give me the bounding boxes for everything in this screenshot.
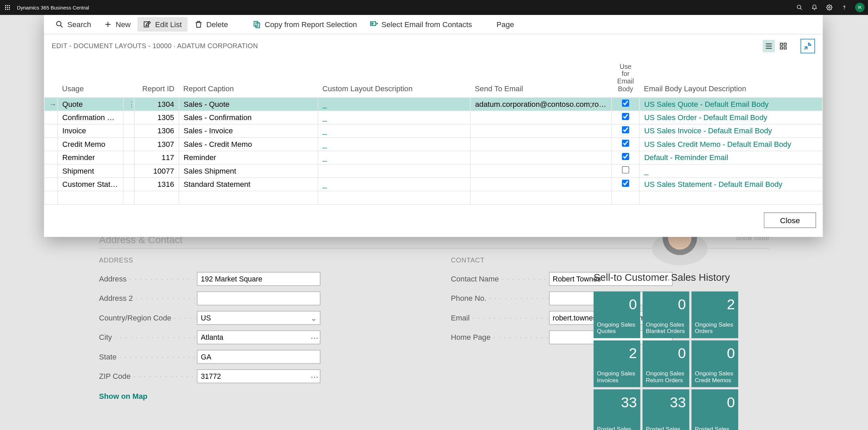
cell-use-body[interactable] xyxy=(612,177,639,191)
cell-usage[interactable]: Reminder xyxy=(58,151,123,164)
cell-report-id[interactable]: 117 xyxy=(134,151,179,164)
copy-report-button[interactable]: Copy from Report Selection xyxy=(247,17,362,32)
history-tile[interactable]: 0Posted Sales xyxy=(691,389,738,430)
select-email-button[interactable]: Select Email from Contacts xyxy=(364,17,478,32)
app-launcher-icon[interactable] xyxy=(0,0,15,15)
cell-caption[interactable]: Standard Statement xyxy=(179,177,318,191)
country-field[interactable] xyxy=(197,311,320,325)
table-row[interactable]: Invoice1306Sales - Invoice_US Sales Invo… xyxy=(44,124,822,137)
search-button[interactable]: Search xyxy=(50,17,97,32)
table-row[interactable]: Credit Memo1307Sales - Credit Memo_US Sa… xyxy=(44,137,822,151)
history-tile[interactable]: 0Ongoing Sales Blanket Orders xyxy=(643,291,689,338)
cell-body-layout[interactable]: US Sales Statement - Default Email Body xyxy=(639,177,823,191)
col-report-id[interactable]: Report ID xyxy=(134,61,179,97)
table-row[interactable]: →Quote⋮1304Sales - Quote_adatum.corporat… xyxy=(44,97,822,111)
cell-send-to[interactable] xyxy=(470,177,612,191)
tile-view-icon[interactable] xyxy=(777,40,789,52)
use-body-checkbox[interactable] xyxy=(622,126,629,134)
cell-report-id[interactable]: 1306 xyxy=(134,124,179,137)
use-body-checkbox[interactable] xyxy=(622,167,629,174)
cell-use-body[interactable] xyxy=(612,164,639,177)
col-caption[interactable]: Report Caption xyxy=(179,61,318,97)
history-tile[interactable]: 2Ongoing Sales Orders xyxy=(691,291,738,338)
zip-field[interactable] xyxy=(197,369,320,383)
cell-usage[interactable]: Customer State... xyxy=(58,177,123,191)
use-body-checkbox[interactable] xyxy=(622,100,629,107)
table-row[interactable]: Customer State...1316Standard Statement_… xyxy=(44,177,822,191)
collapse-icon[interactable] xyxy=(801,39,815,54)
ellipsis-icon[interactable]: ⋯ xyxy=(311,333,318,342)
history-tile[interactable]: 33Posted Sales xyxy=(594,389,640,430)
use-body-checkbox[interactable] xyxy=(622,140,629,147)
row-menu-icon[interactable]: ⋮ xyxy=(123,97,134,111)
col-send-to[interactable]: Send To Email xyxy=(470,61,612,97)
cell-body-layout[interactable]: US Sales Order - Default Email Body xyxy=(639,111,823,124)
row-menu-icon[interactable] xyxy=(123,177,134,191)
cell-send-to[interactable] xyxy=(470,124,612,137)
gear-icon[interactable] xyxy=(822,0,837,15)
cell-caption[interactable]: Sales Shipment xyxy=(179,164,318,177)
list-view-icon[interactable] xyxy=(763,40,775,52)
cell-body-layout[interactable]: US Sales Invoice - Default Email Body xyxy=(639,124,823,137)
col-usage[interactable]: Usage xyxy=(58,61,123,97)
col-body-layout[interactable]: Email Body Layout Description xyxy=(639,61,823,97)
cell-report-id[interactable]: 1304 xyxy=(134,97,179,111)
use-body-checkbox[interactable] xyxy=(622,180,629,187)
row-menu-icon[interactable] xyxy=(123,137,134,151)
col-custom[interactable]: Custom Layout Description xyxy=(318,61,471,97)
cell-custom[interactable]: _ xyxy=(318,97,471,111)
row-menu-icon[interactable] xyxy=(123,124,134,137)
history-tile[interactable]: 33Posted Sales xyxy=(643,389,689,430)
cell-custom[interactable]: _ xyxy=(318,111,471,124)
cell-caption[interactable]: Sales - Credit Memo xyxy=(179,137,318,151)
cell-caption[interactable]: Sales - Quote xyxy=(179,97,318,111)
cell-caption[interactable]: Sales - Invoice xyxy=(179,124,318,137)
city-field[interactable] xyxy=(197,330,320,344)
user-avatar[interactable]: IK xyxy=(855,3,865,12)
cell-body-layout[interactable]: US Sales Credit Memo - Default Email Bod… xyxy=(639,137,823,151)
cell-use-body[interactable] xyxy=(612,137,639,151)
search-icon[interactable] xyxy=(792,0,807,15)
history-tile[interactable]: 0Ongoing Sales Return Orders xyxy=(643,340,689,387)
cell-use-body[interactable] xyxy=(612,111,639,124)
page-menu[interactable]: Page xyxy=(491,17,520,31)
row-menu-icon[interactable] xyxy=(123,111,134,124)
cell-send-to[interactable] xyxy=(470,111,612,124)
help-icon[interactable] xyxy=(837,0,852,15)
col-use-body[interactable]: Use for Email Body xyxy=(612,61,639,97)
cell-usage[interactable]: Quote xyxy=(58,97,123,111)
delete-button[interactable]: Delete xyxy=(189,17,234,32)
cell-caption[interactable]: Reminder xyxy=(179,151,318,164)
table-row[interactable]: Shipment10077Sales Shipment_ xyxy=(44,164,822,177)
cell-report-id[interactable]: 10077 xyxy=(134,164,179,177)
table-row[interactable]: Confirmation Or...1305Sales - Confirmati… xyxy=(44,111,822,124)
edit-list-button[interactable]: Edit List xyxy=(137,17,188,32)
cell-body-layout[interactable]: Default - Reminder Email xyxy=(639,151,823,164)
cell-usage[interactable]: Credit Memo xyxy=(58,137,123,151)
cell-usage[interactable]: Invoice xyxy=(58,124,123,137)
cell-caption[interactable]: Sales - Confirmation xyxy=(179,111,318,124)
cell-send-to[interactable] xyxy=(470,137,612,151)
address2-field[interactable] xyxy=(197,291,320,305)
use-body-checkbox[interactable] xyxy=(622,113,629,120)
show-on-map-link[interactable]: Show on Map xyxy=(99,392,147,400)
row-menu-icon[interactable] xyxy=(123,151,134,164)
cell-send-to[interactable] xyxy=(470,164,612,177)
cell-custom[interactable]: _ xyxy=(318,137,471,151)
cell-body-layout[interactable]: US Sales Quote - Default Email Body xyxy=(639,97,823,111)
cell-report-id[interactable]: 1307 xyxy=(134,137,179,151)
use-body-checkbox[interactable] xyxy=(622,153,629,160)
cell-usage[interactable]: Shipment xyxy=(58,164,123,177)
cell-use-body[interactable] xyxy=(612,151,639,164)
cell-report-id[interactable]: 1305 xyxy=(134,111,179,124)
cell-custom[interactable]: _ xyxy=(318,151,471,164)
cell-body-layout[interactable]: _ xyxy=(639,164,823,177)
cell-send-to[interactable] xyxy=(470,151,612,164)
cell-report-id[interactable]: 1316 xyxy=(134,177,179,191)
cell-use-body[interactable] xyxy=(612,97,639,111)
cell-custom[interactable]: _ xyxy=(318,177,471,191)
cell-custom[interactable] xyxy=(318,164,471,177)
history-tile[interactable]: 2Ongoing Sales Invoices xyxy=(594,340,640,387)
table-row[interactable]: Reminder117Reminder_Default - Reminder E… xyxy=(44,151,822,164)
table-row-empty[interactable] xyxy=(44,191,822,204)
